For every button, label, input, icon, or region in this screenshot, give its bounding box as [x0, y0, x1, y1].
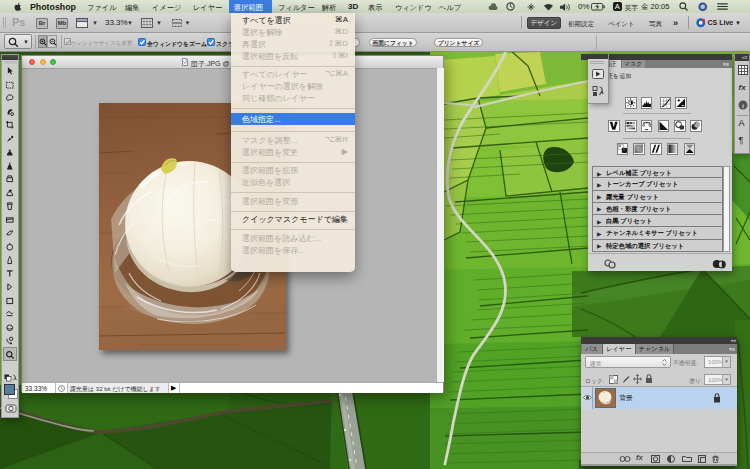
- svg-text:i: i: [742, 101, 744, 109]
